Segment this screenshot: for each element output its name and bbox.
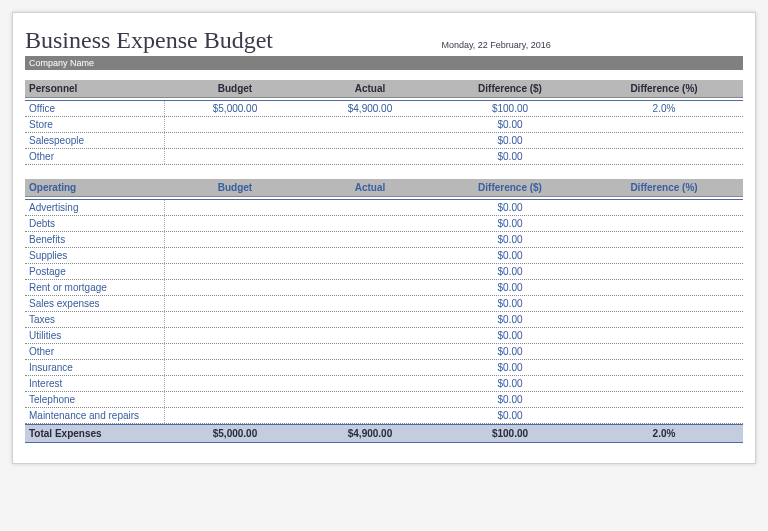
cell-budget[interactable]: [165, 149, 305, 164]
cell-pct[interactable]: [585, 232, 743, 247]
table-row[interactable]: Sales expenses$0.00: [25, 296, 743, 312]
cell-actual[interactable]: [305, 312, 435, 327]
cell-diff[interactable]: $0.00: [435, 344, 585, 359]
cell-actual[interactable]: [305, 408, 435, 423]
row-label[interactable]: Supplies: [25, 248, 165, 263]
row-label[interactable]: Other: [25, 344, 165, 359]
cell-budget[interactable]: [165, 344, 305, 359]
table-row[interactable]: Rent or mortgage$0.00: [25, 280, 743, 296]
cell-actual[interactable]: [305, 392, 435, 407]
cell-budget[interactable]: [165, 392, 305, 407]
cell-diff[interactable]: $0.00: [435, 232, 585, 247]
cell-pct[interactable]: [585, 296, 743, 311]
cell-pct[interactable]: 2.0%: [585, 101, 743, 116]
table-row[interactable]: Interest$0.00: [25, 376, 743, 392]
cell-diff[interactable]: $0.00: [435, 133, 585, 148]
cell-diff[interactable]: $0.00: [435, 248, 585, 263]
cell-pct[interactable]: [585, 200, 743, 215]
cell-actual[interactable]: [305, 344, 435, 359]
cell-actual[interactable]: [305, 133, 435, 148]
table-row[interactable]: Debts$0.00: [25, 216, 743, 232]
cell-budget[interactable]: [165, 408, 305, 423]
table-row[interactable]: Store$0.00: [25, 117, 743, 133]
cell-actual[interactable]: [305, 232, 435, 247]
cell-actual[interactable]: [305, 216, 435, 231]
cell-actual[interactable]: [305, 280, 435, 295]
cell-actual[interactable]: [305, 376, 435, 391]
cell-actual[interactable]: [305, 264, 435, 279]
row-label[interactable]: Store: [25, 117, 165, 132]
cell-actual[interactable]: [305, 200, 435, 215]
cell-diff[interactable]: $0.00: [435, 264, 585, 279]
cell-pct[interactable]: [585, 344, 743, 359]
row-label[interactable]: Office: [25, 101, 165, 116]
cell-budget[interactable]: [165, 328, 305, 343]
cell-budget[interactable]: [165, 296, 305, 311]
cell-diff[interactable]: $0.00: [435, 296, 585, 311]
cell-pct[interactable]: [585, 280, 743, 295]
table-row[interactable]: Salespeople$0.00: [25, 133, 743, 149]
table-row[interactable]: Insurance$0.00: [25, 360, 743, 376]
table-row[interactable]: Maintenance and repairs$0.00: [25, 408, 743, 424]
table-row[interactable]: Postage$0.00: [25, 264, 743, 280]
cell-diff[interactable]: $0.00: [435, 216, 585, 231]
cell-budget[interactable]: [165, 248, 305, 263]
table-row[interactable]: Utilities$0.00: [25, 328, 743, 344]
cell-actual[interactable]: [305, 296, 435, 311]
row-label[interactable]: Salespeople: [25, 133, 165, 148]
cell-budget[interactable]: $5,000.00: [165, 101, 305, 116]
cell-budget[interactable]: [165, 280, 305, 295]
cell-pct[interactable]: [585, 392, 743, 407]
table-row[interactable]: Benefits$0.00: [25, 232, 743, 248]
cell-actual[interactable]: [305, 117, 435, 132]
cell-diff[interactable]: $0.00: [435, 376, 585, 391]
row-label[interactable]: Postage: [25, 264, 165, 279]
cell-diff[interactable]: $0.00: [435, 200, 585, 215]
cell-pct[interactable]: [585, 376, 743, 391]
row-label[interactable]: Debts: [25, 216, 165, 231]
table-row[interactable]: Office$5,000.00$4,900.00$100.002.0%: [25, 101, 743, 117]
cell-pct[interactable]: [585, 216, 743, 231]
cell-pct[interactable]: [585, 328, 743, 343]
row-label[interactable]: Insurance: [25, 360, 165, 375]
cell-pct[interactable]: [585, 264, 743, 279]
cell-actual[interactable]: [305, 248, 435, 263]
cell-pct[interactable]: [585, 133, 743, 148]
row-label[interactable]: Maintenance and repairs: [25, 408, 165, 423]
cell-diff[interactable]: $0.00: [435, 117, 585, 132]
row-label[interactable]: Sales expenses: [25, 296, 165, 311]
cell-pct[interactable]: [585, 408, 743, 423]
row-label[interactable]: Advertising: [25, 200, 165, 215]
table-row[interactable]: Taxes$0.00: [25, 312, 743, 328]
row-label[interactable]: Interest: [25, 376, 165, 391]
cell-budget[interactable]: [165, 133, 305, 148]
table-row[interactable]: Advertising$0.00: [25, 200, 743, 216]
table-row[interactable]: Other$0.00: [25, 149, 743, 165]
table-row[interactable]: Telephone$0.00: [25, 392, 743, 408]
cell-diff[interactable]: $0.00: [435, 280, 585, 295]
cell-budget[interactable]: [165, 264, 305, 279]
cell-budget[interactable]: [165, 216, 305, 231]
cell-actual[interactable]: [305, 328, 435, 343]
row-label[interactable]: Utilities: [25, 328, 165, 343]
cell-budget[interactable]: [165, 200, 305, 215]
cell-actual[interactable]: [305, 149, 435, 164]
cell-diff[interactable]: $0.00: [435, 360, 585, 375]
cell-diff[interactable]: $0.00: [435, 392, 585, 407]
row-label[interactable]: Telephone: [25, 392, 165, 407]
cell-budget[interactable]: [165, 117, 305, 132]
cell-pct[interactable]: [585, 117, 743, 132]
table-row[interactable]: Other$0.00: [25, 344, 743, 360]
cell-diff[interactable]: $0.00: [435, 312, 585, 327]
cell-diff[interactable]: $0.00: [435, 328, 585, 343]
cell-budget[interactable]: [165, 360, 305, 375]
cell-diff[interactable]: $0.00: [435, 149, 585, 164]
table-row[interactable]: Supplies$0.00: [25, 248, 743, 264]
row-label[interactable]: Benefits: [25, 232, 165, 247]
row-label[interactable]: Other: [25, 149, 165, 164]
cell-pct[interactable]: [585, 149, 743, 164]
cell-pct[interactable]: [585, 248, 743, 263]
cell-budget[interactable]: [165, 232, 305, 247]
cell-pct[interactable]: [585, 360, 743, 375]
row-label[interactable]: Taxes: [25, 312, 165, 327]
